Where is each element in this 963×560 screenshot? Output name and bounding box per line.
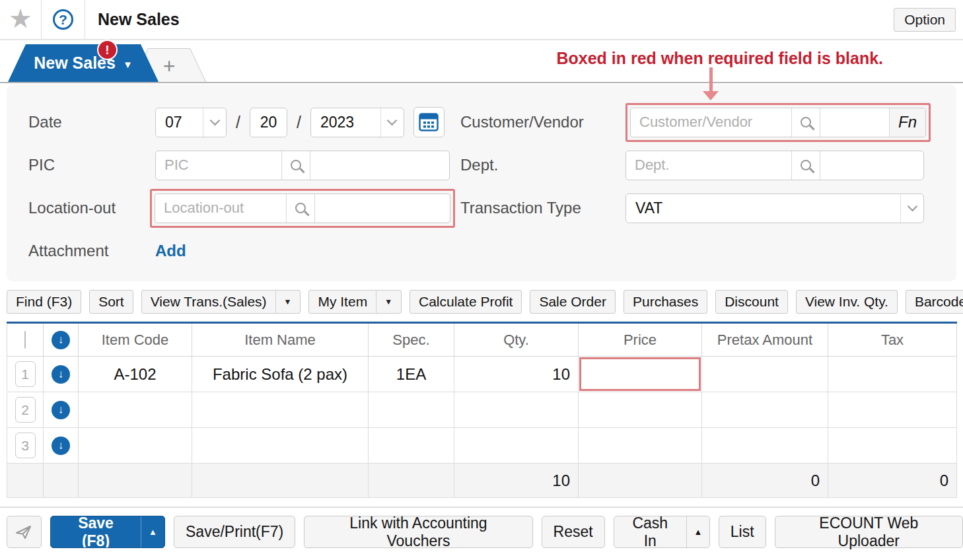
cell-qty[interactable] [454, 392, 579, 428]
help-button[interactable]: ? [42, 0, 85, 39]
web-uploader-button[interactable]: ECOUNT Web Uploader [775, 516, 963, 548]
save-label: Save (F8) [51, 516, 141, 547]
top-bar: ★ ? New Sales Option [0, 0, 963, 40]
chevron-down-icon: ▼ [376, 291, 392, 313]
send-button[interactable] [7, 516, 42, 548]
option-button[interactable]: Option [894, 8, 956, 32]
header-tax: Tax [828, 323, 957, 357]
tab-new-sales[interactable]: New Sales ▼ [8, 44, 159, 82]
row-insert-icon[interactable]: ↓ [52, 401, 70, 419]
cell-spec[interactable]: 1EA [369, 357, 454, 392]
search-icon [295, 203, 306, 213]
customer-vendor-search-button[interactable] [791, 108, 820, 137]
sale-order-button[interactable]: Sale Order [530, 290, 616, 314]
cell-pretax[interactable] [702, 357, 828, 392]
column-insert-icon[interactable]: ↓ [52, 331, 70, 349]
save-button[interactable]: Save (F8) ▲ [50, 516, 165, 548]
cash-in-button[interactable]: Cash In ▲ [614, 516, 710, 548]
cell-tax[interactable] [828, 428, 957, 464]
required-alert-badge: ! [97, 40, 118, 60]
date-year-value: 2023 [311, 108, 380, 137]
date-month-select[interactable]: 07 [155, 108, 227, 137]
tab-bar: New Sales ▼ ! + Boxed in red when requir… [0, 40, 963, 83]
row-insert-icon[interactable]: ↓ [52, 365, 70, 384]
select-all-checkbox[interactable] [24, 331, 26, 349]
location-out-name-input[interactable] [315, 194, 450, 223]
form-row-2: PIC Dept. [7, 150, 956, 180]
fn-button[interactable]: Fn [889, 108, 925, 137]
cell-item-code[interactable] [79, 392, 192, 428]
cell-item-name[interactable]: Fabric Sofa (2 pax) [192, 357, 369, 392]
chevron-up-icon: ▲ [141, 516, 164, 547]
dept-search-button[interactable] [791, 151, 820, 180]
footer-divider [0, 507, 963, 508]
list-button[interactable]: List [719, 516, 766, 548]
cell-pretax[interactable] [702, 428, 828, 464]
cell-pretax[interactable] [702, 392, 828, 428]
attachment-add-link[interactable]: Add [155, 242, 186, 260]
dept-name-input[interactable] [820, 151, 923, 180]
table-row: 1 ↓ A-102 Fabric Sofa (2 pax) 1EA 10 [7, 357, 957, 392]
reset-button[interactable]: Reset [542, 516, 605, 548]
row-number[interactable]: 2 [15, 397, 36, 423]
my-item-label: My Item [318, 294, 367, 310]
cell-qty[interactable]: 10 [454, 357, 579, 392]
location-out-group [155, 193, 450, 223]
cell-price[interactable] [579, 392, 702, 428]
row-insert-icon[interactable]: ↓ [52, 437, 70, 455]
location-out-input[interactable] [155, 194, 286, 223]
cell-tax[interactable] [828, 357, 957, 392]
row-number[interactable]: 3 [15, 433, 36, 458]
chevron-down-icon [900, 194, 923, 223]
sort-button[interactable]: Sort [89, 290, 133, 314]
header-qty: Qty. [454, 323, 579, 357]
header-price: Price [579, 323, 702, 357]
item-grid: ↓ Item Code Item Name Spec. Qty. Price P… [7, 322, 957, 498]
cell-tax[interactable] [828, 392, 957, 428]
find-button[interactable]: Find (F3) [7, 290, 81, 314]
date-year-select[interactable]: 2023 [310, 108, 404, 137]
chevron-down-icon: ▼ [275, 291, 292, 313]
view-trans-label: View Trans.(Sales) [151, 294, 267, 310]
barcode-button[interactable]: Barcode [906, 290, 963, 314]
entry-form-panel: Date 07 / / 2023 [7, 85, 956, 281]
favorite-star-button[interactable]: ★ [0, 0, 42, 39]
pic-group [155, 151, 450, 180]
total-tax: 0 [828, 464, 957, 498]
purchases-button[interactable]: Purchases [624, 290, 707, 314]
cell-spec[interactable] [369, 392, 454, 428]
header-spec: Spec. [369, 323, 454, 357]
discount-button[interactable]: Discount [715, 290, 788, 314]
cell-item-code[interactable] [79, 428, 192, 464]
customer-vendor-input[interactable] [631, 108, 791, 137]
calculate-profit-button[interactable]: Calculate Profit [410, 290, 522, 314]
cell-item-name[interactable] [192, 428, 369, 464]
pic-search-button[interactable] [281, 151, 310, 180]
my-item-button[interactable]: My Item ▼ [308, 290, 402, 314]
customer-vendor-name-input[interactable] [820, 108, 889, 137]
date-day-input[interactable] [250, 108, 287, 137]
link-vouchers-button[interactable]: Link with Accounting Vouchers [304, 516, 532, 548]
form-row-3: Location-out Transaction Type VAT [7, 193, 956, 223]
view-inv-qty-button[interactable]: View Inv. Qty. [796, 290, 898, 314]
cell-price[interactable] [579, 357, 702, 392]
grid-header-row: ↓ Item Code Item Name Spec. Qty. Price P… [7, 323, 957, 357]
totals-row: 10 0 0 [7, 464, 957, 498]
dept-group [625, 151, 924, 180]
pic-input[interactable] [156, 151, 281, 180]
cell-item-name[interactable] [192, 392, 369, 428]
cell-price[interactable] [579, 428, 702, 464]
row-number[interactable]: 1 [15, 361, 36, 387]
cell-item-code[interactable]: A-102 [79, 357, 192, 392]
view-trans-button[interactable]: View Trans.(Sales) ▼ [141, 290, 301, 314]
transaction-type-select[interactable]: VAT [625, 193, 924, 223]
cell-qty[interactable] [454, 428, 579, 464]
cell-spec[interactable] [369, 428, 454, 464]
location-out-required-box [150, 189, 455, 228]
dept-input[interactable] [626, 151, 791, 180]
pic-name-input[interactable] [310, 151, 449, 180]
location-out-search-button[interactable] [286, 194, 315, 223]
save-print-button[interactable]: Save/Print(F7) [174, 516, 295, 548]
calendar-icon [419, 113, 439, 131]
calendar-button[interactable] [413, 107, 445, 137]
